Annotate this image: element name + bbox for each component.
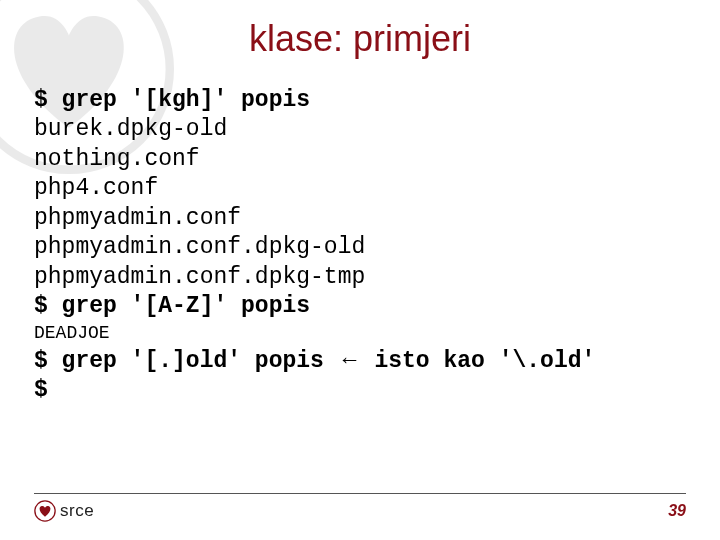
code-line: burek.dpkg-old bbox=[34, 115, 686, 144]
code-output-small: DEADJOE bbox=[34, 322, 686, 345]
footer-rule bbox=[34, 493, 686, 494]
code-line: phpmyadmin.conf.dpkg-old bbox=[34, 233, 686, 262]
heart-icon bbox=[34, 500, 56, 522]
footer-brand-text: srce bbox=[60, 501, 94, 521]
arrow-left-icon: ← bbox=[338, 346, 361, 372]
code-line-with-note: $ grep '[.]old' popis ← isto kao '\.old' bbox=[34, 345, 686, 376]
code-note: isto kao '\.old' bbox=[361, 348, 596, 374]
code-line: phpmyadmin.conf.dpkg-tmp bbox=[34, 263, 686, 292]
slide-footer: srce 39 bbox=[34, 493, 686, 522]
code-line: $ grep '[A-Z]' popis bbox=[34, 292, 686, 321]
prompt-line: $ bbox=[34, 376, 686, 405]
code-line: nothing.conf bbox=[34, 145, 686, 174]
code-fragment: $ grep '[.]old' popis bbox=[34, 348, 338, 374]
slide-title: klase: primjeri bbox=[0, 18, 720, 60]
code-line: $ grep '[kgh]' popis bbox=[34, 86, 686, 115]
footer-logo: srce bbox=[34, 500, 94, 522]
code-block: $ grep '[kgh]' popis burek.dpkg-old noth… bbox=[34, 86, 686, 405]
code-line: php4.conf bbox=[34, 174, 686, 203]
code-line: phpmyadmin.conf bbox=[34, 204, 686, 233]
page-number: 39 bbox=[668, 502, 686, 520]
